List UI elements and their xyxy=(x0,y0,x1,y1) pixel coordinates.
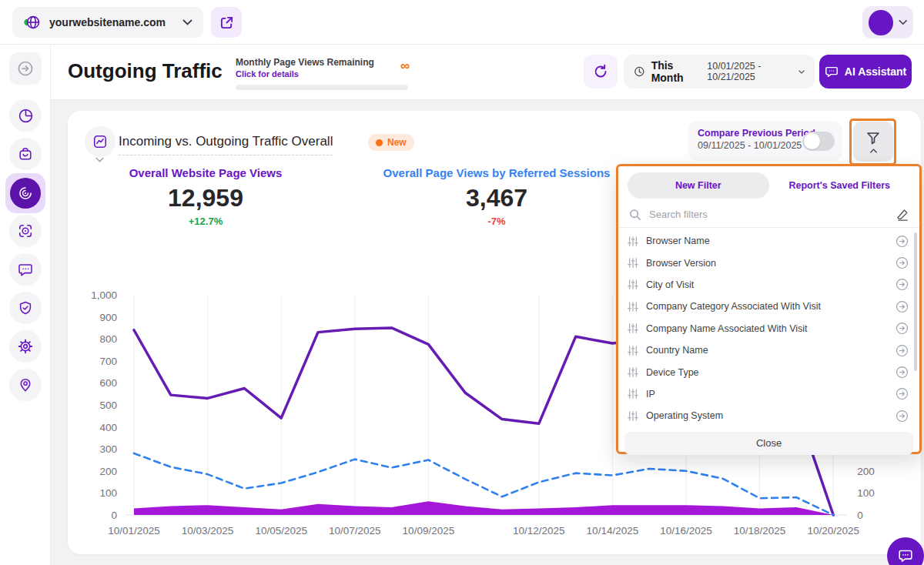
sliders-icon xyxy=(628,236,638,247)
privacy-shield-icon xyxy=(18,300,33,316)
quota-label: Monthly Page Views Remaining xyxy=(236,57,413,68)
arrow-right-circle-icon[interactable] xyxy=(896,366,909,379)
filter-item[interactable]: Operating System xyxy=(628,405,909,426)
quota-details-link[interactable]: Click for details xyxy=(236,69,413,79)
svg-text:10/05/2025: 10/05/2025 xyxy=(255,525,307,537)
svg-text:10/18/2025: 10/18/2025 xyxy=(734,525,786,537)
filter-item-label: Operating System xyxy=(646,410,888,421)
filter-item-label: Company Name Associated With Visit xyxy=(646,323,888,334)
user-menu[interactable] xyxy=(862,6,913,38)
filter-item-label: Device Type xyxy=(646,367,888,378)
compare-toggle[interactable] xyxy=(802,132,835,151)
arrow-right-circle-icon[interactable] xyxy=(896,344,909,357)
quota-progress-bar xyxy=(236,85,408,90)
visitor-recordings-icon xyxy=(18,223,33,239)
filter-search-row xyxy=(618,202,919,228)
sidebar-item-visitor-recordings[interactable] xyxy=(9,215,42,247)
stat-delta: +12.7% xyxy=(112,216,300,227)
avatar xyxy=(869,10,893,35)
arrow-right-circle-icon[interactable] xyxy=(896,410,909,423)
svg-text:500: 500 xyxy=(99,400,117,411)
filter-item-label: Company Category Associated With Visit xyxy=(646,301,888,312)
clear-filters-eraser-icon[interactable] xyxy=(896,208,909,221)
search-filters-input[interactable] xyxy=(649,209,888,220)
svg-text:10/20/2025: 10/20/2025 xyxy=(807,525,859,537)
sidebar-item-ecommerce[interactable] xyxy=(9,138,42,170)
chevron-up-icon xyxy=(869,149,878,153)
filter-button[interactable] xyxy=(853,122,893,162)
sidebar-item-dashboard[interactable] xyxy=(9,99,42,132)
chevron-down-icon[interactable] xyxy=(95,157,104,162)
svg-text:100: 100 xyxy=(857,487,875,499)
close-button[interactable]: Close xyxy=(624,432,913,455)
ai-assistant-button[interactable]: AI Assistant xyxy=(819,55,912,89)
filter-item[interactable]: Device Type xyxy=(628,361,909,383)
sliders-icon xyxy=(628,323,638,334)
filter-list: Browser NameBrowser VersionCity of Visit… xyxy=(618,228,919,427)
svg-text:10/01/2025: 10/01/2025 xyxy=(108,525,160,537)
filter-item[interactable]: City of Visit xyxy=(628,274,909,296)
period-range: 10/01/2025 - 10/21/2025 xyxy=(707,61,792,82)
svg-text:300: 300 xyxy=(99,443,117,455)
sidebar-item-privacy[interactable] xyxy=(9,292,42,324)
sliders-icon xyxy=(628,257,638,269)
clock-icon xyxy=(634,65,645,79)
sidebar-item-communication[interactable] xyxy=(9,253,42,286)
location-pin-icon xyxy=(18,377,33,393)
card-title: Incoming vs. Outgoing Traffic Overall xyxy=(119,134,333,155)
svg-text:700: 700 xyxy=(99,356,117,367)
sidebar-item-outgoing-toggle[interactable] xyxy=(9,52,42,85)
chat-bubble-icon xyxy=(897,547,914,564)
stat-label: Overall Website Page Views xyxy=(112,166,300,179)
toggle-knob xyxy=(804,133,820,149)
sliders-icon xyxy=(628,301,638,313)
svg-text:1,000: 1,000 xyxy=(91,289,117,301)
arrow-right-circle-icon[interactable] xyxy=(896,300,909,313)
filter-item[interactable]: Browser Version xyxy=(628,252,909,273)
arrow-right-circle-icon[interactable] xyxy=(896,387,909,400)
arrow-right-circle-icon[interactable] xyxy=(896,322,909,335)
communication-chat-icon xyxy=(18,262,33,277)
arrow-right-circle-icon[interactable] xyxy=(896,278,909,291)
open-website-button[interactable] xyxy=(211,7,242,38)
refresh-icon xyxy=(593,64,608,79)
date-range-selector[interactable]: This Month 10/01/2025 - 10/21/2025 xyxy=(624,55,815,89)
sidebar-item-web-analytics-active[interactable] xyxy=(5,173,45,213)
svg-text:200: 200 xyxy=(99,466,117,477)
filter-tabs: New Filter Report's Saved Filters xyxy=(628,172,910,199)
sliders-icon xyxy=(628,345,638,356)
sidebar-item-settings[interactable] xyxy=(9,330,42,363)
filter-panel: New Filter Report's Saved Filters Browse… xyxy=(616,164,922,454)
search-icon xyxy=(629,209,641,221)
globe-icon xyxy=(23,13,42,32)
quota-infinity: ∞ xyxy=(400,59,410,74)
sidebar-item-location[interactable] xyxy=(9,369,42,401)
filter-item-label: Browser Version xyxy=(646,258,888,269)
filter-item[interactable]: Country Name xyxy=(628,339,909,361)
tab-saved-filters[interactable]: Report's Saved Filters xyxy=(769,172,911,199)
stat-value: 12,959 xyxy=(112,184,300,212)
arrow-right-circle-icon[interactable] xyxy=(896,256,909,269)
filter-item[interactable]: IP xyxy=(628,383,909,405)
filter-item[interactable]: Browser Name xyxy=(628,230,909,252)
compare-previous-period: Compare Previous Period 09/11/2025 - 10/… xyxy=(688,121,842,161)
website-selector[interactable]: yourwebsitename.com xyxy=(12,7,203,38)
ai-assistant-label: AI Assistant xyxy=(845,65,906,78)
settings-gear-icon xyxy=(18,339,33,354)
period-label: This Month xyxy=(651,59,698,84)
ecommerce-bag-icon xyxy=(18,146,33,162)
filter-item[interactable]: Company Category Associated With Visit xyxy=(628,296,909,317)
tab-new-filter[interactable]: New Filter xyxy=(628,172,769,199)
chevron-down-icon xyxy=(899,19,907,25)
chevron-down-icon xyxy=(182,19,192,25)
svg-text:200: 200 xyxy=(857,466,875,477)
sliders-icon xyxy=(628,410,638,422)
app-root: yourwebsitename.com xyxy=(0,0,924,565)
stat-value: 3,467 xyxy=(380,184,614,212)
arrow-right-circle-icon[interactable] xyxy=(896,235,909,248)
arrow-right-circle-icon xyxy=(17,60,34,77)
filter-item[interactable]: Company Name Associated With Visit xyxy=(628,318,909,339)
panel-scrollbar[interactable] xyxy=(914,232,917,371)
widget-icon-button[interactable] xyxy=(85,126,116,157)
refresh-button[interactable] xyxy=(584,55,618,89)
